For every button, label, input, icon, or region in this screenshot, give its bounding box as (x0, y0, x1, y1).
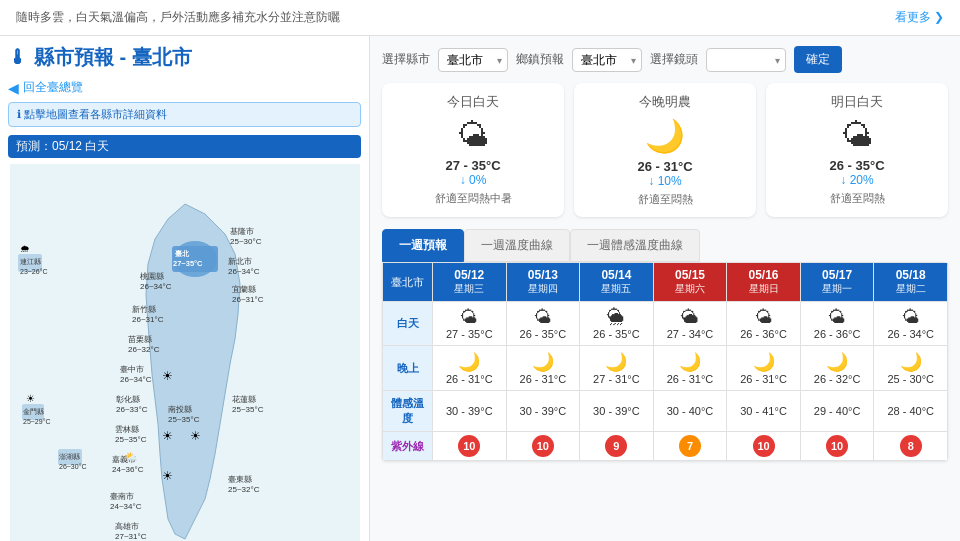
city-select-wrap[interactable]: 臺北市 (438, 48, 508, 72)
today-title: 今日白天 (392, 93, 554, 111)
svg-text:高雄市: 高雄市 (115, 522, 139, 531)
svg-text:南投縣: 南投縣 (168, 405, 192, 414)
weather-cards: 今日白天 🌤 27 - 35°C ↓ 0% 舒適至悶熱中暑 今晚明農 🌙 26 … (382, 83, 948, 217)
city-label: 選擇縣市 (382, 51, 430, 68)
night-cell-5: 🌙 26 - 32°C (800, 346, 874, 391)
svg-text:24~36°C: 24~36°C (112, 465, 144, 474)
svg-text:臺東縣: 臺東縣 (228, 475, 252, 484)
svg-text:26~34°C: 26~34°C (120, 375, 152, 384)
svg-text:26~34°C: 26~34°C (228, 267, 260, 276)
confirm-button[interactable]: 確定 (794, 46, 842, 73)
tomorrow-title: 明日白天 (776, 93, 938, 111)
svg-text:26~30°C: 26~30°C (59, 463, 87, 470)
today-rain: ↓ 0% (392, 173, 554, 187)
svg-text:臺南市: 臺南市 (110, 492, 134, 501)
feels-label: 體感溫度 (383, 391, 433, 432)
map-svg: 基隆市 25~30°C 臺北 27~35°C 新北市 26~34°C 桃園縣 2… (10, 164, 360, 541)
svg-text:🌧: 🌧 (20, 243, 30, 254)
svg-text:25~29°C: 25~29°C (23, 418, 51, 425)
tomorrow-card: 明日白天 🌤 26 - 35°C ↓ 20% 舒適至悶熱 (766, 83, 948, 217)
info-button[interactable]: ℹ 點擊地圖查看各縣市詳細資料 (8, 102, 361, 127)
svg-text:24~34°C: 24~34°C (110, 502, 142, 511)
tab-temp-curve[interactable]: 一週溫度曲線 (464, 229, 570, 262)
banner-link[interactable]: 看更多 ❯ (895, 9, 944, 26)
tomorrow-rain: ↓ 20% (776, 173, 938, 187)
feels-cell-5: 29 - 40°C (800, 391, 874, 432)
region-select[interactable]: 臺北市 (572, 48, 642, 72)
svg-text:基隆市: 基隆市 (230, 227, 254, 236)
svg-text:彰化縣: 彰化縣 (116, 395, 140, 404)
city-select[interactable]: 臺北市 (438, 48, 508, 72)
col-0515: 05/15星期六 (653, 263, 727, 302)
daytime-cell-3: 🌥 27 - 34°C (653, 302, 727, 346)
night-cell-6: 🌙 25 - 30°C (874, 346, 948, 391)
svg-text:新北市: 新北市 (228, 257, 252, 266)
region-label: 鄉鎮預報 (516, 51, 564, 68)
svg-text:宜蘭縣: 宜蘭縣 (232, 285, 256, 294)
tomorrow-icon: 🌤 (776, 117, 938, 154)
svg-text:☀: ☀ (162, 369, 173, 383)
daytime-cell-5: 🌤 26 - 36°C (800, 302, 874, 346)
svg-text:雲林縣: 雲林縣 (115, 425, 139, 434)
tonight-temp: 26 - 31°C (584, 159, 746, 174)
svg-text:26~33°C: 26~33°C (116, 405, 148, 414)
controls-row: 選擇縣市 臺北市 鄉鎮預報 臺北市 選擇鏡頭 確定 (382, 46, 948, 73)
camera-select-wrap[interactable] (706, 48, 786, 72)
tomorrow-desc: 舒適至悶熱 (776, 191, 938, 206)
top-banner: 隨時多雲，白天氣溫偏高，戶外活動應多補充水分並注意防曬 看更多 ❯ (0, 0, 960, 36)
col-0517: 05/17星期一 (800, 263, 874, 302)
uv-cell-3: 7 (653, 432, 727, 461)
daytime-cell-0: 🌤 27 - 35°C (433, 302, 507, 346)
tab-feels-curve[interactable]: 一週體感溫度曲線 (570, 229, 700, 262)
tonight-desc: 舒適至悶熱 (584, 192, 746, 207)
svg-text:26~31°C: 26~31°C (232, 295, 264, 304)
col-0516: 05/16星期日 (727, 263, 801, 302)
svg-text:澎湖縣: 澎湖縣 (59, 453, 80, 460)
svg-text:25~35°C: 25~35°C (115, 435, 147, 444)
svg-text:25~32°C: 25~32°C (228, 485, 260, 494)
region-select-wrap[interactable]: 臺北市 (572, 48, 642, 72)
tonight-icon: 🌙 (584, 117, 746, 155)
svg-text:27~31°C: 27~31°C (115, 532, 147, 541)
svg-text:新竹縣: 新竹縣 (132, 305, 156, 314)
camera-select[interactable] (706, 48, 786, 72)
svg-text:26~34°C: 26~34°C (140, 282, 172, 291)
tonight-rain: ↓ 10% (584, 174, 746, 188)
svg-text:⛅: ⛅ (125, 450, 138, 463)
feels-cell-3: 30 - 40°C (653, 391, 727, 432)
feels-cell-4: 30 - 41°C (727, 391, 801, 432)
info-icon: ℹ (17, 108, 24, 120)
tonight-card: 今晚明農 🌙 26 - 31°C ↓ 10% 舒適至悶熱 (574, 83, 756, 217)
night-cell-1: 🌙 26 - 31°C (506, 346, 580, 391)
today-desc: 舒適至悶熱中暑 (392, 191, 554, 206)
svg-text:連江縣: 連江縣 (20, 258, 41, 265)
col-0518: 05/18星期二 (874, 263, 948, 302)
daytime-cell-4: 🌤 26 - 36°C (727, 302, 801, 346)
today-icon: 🌤 (392, 117, 554, 154)
svg-text:23~26°C: 23~26°C (20, 268, 48, 275)
night-cell-2: 🌙 27 - 31°C (580, 346, 654, 391)
uv-cell-5: 10 (800, 432, 874, 461)
back-button[interactable]: ◀ 回全臺總覽 (8, 79, 361, 96)
svg-text:25~35°C: 25~35°C (168, 415, 200, 424)
feels-cell-1: 30 - 39°C (506, 391, 580, 432)
svg-text:☀: ☀ (26, 393, 35, 404)
weekly-table: 臺北市 05/12星期三 05/13星期四 05/14星期五 05/15星期六 … (382, 262, 948, 461)
right-panel: 選擇縣市 臺北市 鄉鎮預報 臺北市 選擇鏡頭 確定 (370, 36, 960, 541)
svg-text:金門縣: 金門縣 (23, 408, 44, 415)
col-0512: 05/12星期三 (433, 263, 507, 302)
daytime-cell-2: 🌦 26 - 35°C (580, 302, 654, 346)
svg-text:☀: ☀ (190, 429, 201, 443)
feels-cell-2: 30 - 39°C (580, 391, 654, 432)
tab-weekly[interactable]: 一週預報 (382, 229, 464, 262)
forecast-label: 預測：05/12 白天 (8, 135, 361, 158)
daytime-cell-1: 🌤 26 - 35°C (506, 302, 580, 346)
svg-text:花蓮縣: 花蓮縣 (232, 395, 256, 404)
night-cell-3: 🌙 26 - 31°C (653, 346, 727, 391)
svg-text:☀: ☀ (162, 429, 173, 443)
today-card: 今日白天 🌤 27 - 35°C ↓ 0% 舒適至悶熱中暑 (382, 83, 564, 217)
night-label: 晚上 (383, 346, 433, 391)
today-temp: 27 - 35°C (392, 158, 554, 173)
taiwan-map[interactable]: 基隆市 25~30°C 臺北 27~35°C 新北市 26~34°C 桃園縣 2… (10, 164, 360, 541)
svg-text:27~35°C: 27~35°C (173, 259, 203, 268)
